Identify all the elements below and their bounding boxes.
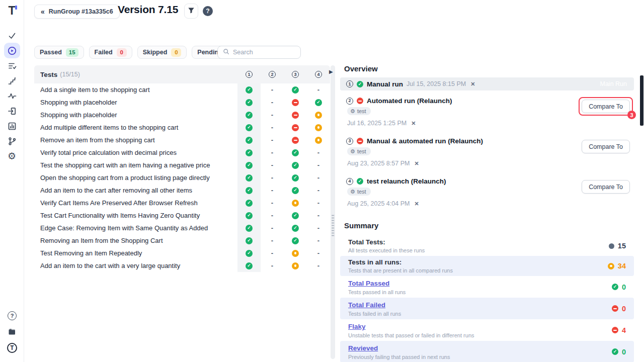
summary-count: 0	[622, 348, 626, 356]
summary-link[interactable]: Flaky	[348, 323, 366, 330]
compare-to-button[interactable]: Compare To	[582, 100, 630, 113]
status-none: -	[271, 136, 273, 144]
table-row[interactable]: Remove an item from the shopping cart-	[34, 134, 330, 146]
summary-link[interactable]: Total Failed	[348, 301, 385, 309]
profile-logo-icon[interactable]: T	[4, 340, 20, 356]
panel-resize-divider[interactable]: ▶	[331, 65, 335, 359]
status-none: -	[271, 249, 273, 257]
table-row[interactable]: Verify total price calculation with deci…	[34, 146, 330, 159]
status-skipped-icon	[292, 200, 299, 207]
tests-table: Tests (15/15) 1234 Add a single item to …	[34, 65, 330, 272]
run-name: Manual run	[367, 80, 403, 88]
filter-chip-skipped[interactable]: Skipped0	[137, 46, 187, 59]
status-passed-icon	[246, 162, 253, 169]
table-row[interactable]: Test the shopping cart with an item havi…	[34, 159, 330, 171]
summary-count: 15	[618, 242, 626, 250]
table-row[interactable]: Add an item to the cart with a very larg…	[34, 259, 330, 272]
table-row[interactable]: Removing an Item from the Shopping Cart-…	[34, 234, 330, 247]
test-plans-list-icon[interactable]	[4, 58, 20, 73]
status-skipped-icon	[292, 250, 299, 257]
status-cell	[284, 121, 307, 134]
summary-description: Tests that are present in all compared r…	[348, 267, 453, 274]
docs-folder-icon[interactable]	[4, 324, 20, 340]
collapse-triangle-icon[interactable]: ▶	[329, 69, 333, 74]
status-passed-icon	[246, 99, 253, 106]
status-cell	[237, 184, 261, 197]
status-passed-icon	[246, 212, 253, 219]
compare-to-button[interactable]: Compare To	[582, 180, 630, 194]
summary-value: 15	[609, 242, 626, 250]
status-passed-icon	[246, 237, 253, 244]
help-icon[interactable]: ?	[4, 308, 20, 324]
filter-button[interactable]	[184, 4, 198, 19]
remove-run-icon[interactable]: ✕	[414, 201, 419, 207]
app-logo-icon[interactable]: T	[8, 5, 15, 17]
filter-chip-passed[interactable]: Passed15	[34, 46, 84, 59]
status-cell	[237, 234, 261, 247]
rungroup-back-button[interactable]: « RunGroup #13a335c6	[34, 5, 120, 19]
summary-link[interactable]: Total Passed	[348, 280, 389, 287]
help-button[interactable]: ?	[203, 6, 213, 16]
status-passed-icon	[246, 86, 253, 94]
tests-check-icon[interactable]	[4, 28, 20, 43]
compare-to-button[interactable]: Compare To	[582, 140, 630, 153]
status-failed-icon	[292, 112, 299, 119]
analytics-pulse-icon[interactable]	[4, 88, 20, 104]
run-tag-badge: ⚙test	[347, 147, 371, 155]
remove-run-icon[interactable]: ✕	[411, 120, 416, 127]
table-row[interactable]: Add multiple different items to the shop…	[34, 121, 330, 134]
table-row[interactable]: Edge Case: Removing Item with Same Quant…	[34, 222, 330, 234]
status-cell	[237, 171, 261, 184]
check-green-icon	[612, 284, 618, 290]
run-tag-label: test	[357, 148, 366, 154]
status-passed-icon	[246, 124, 253, 131]
search-input[interactable]	[233, 49, 314, 56]
status-none: -	[271, 174, 273, 182]
summary-value: 0	[612, 348, 626, 356]
drag-grip-icon[interactable]	[332, 214, 334, 236]
run-tag-badge: ⚙test	[347, 107, 371, 115]
status-failed-icon	[292, 124, 299, 131]
status-cell: -	[261, 159, 284, 171]
run-name: Manual & automated run (Relaunch)	[367, 137, 483, 145]
status-cell	[237, 159, 261, 171]
test-name: Verify Cart Items Are Preserved After Br…	[40, 199, 237, 207]
summary-count: 34	[618, 262, 626, 270]
steps-stairs-icon[interactable]	[4, 73, 20, 88]
table-row[interactable]: Add an item to the cart after removing a…	[34, 184, 330, 197]
import-icon[interactable]	[4, 103, 20, 119]
summary-row-text: Total PassedTests passed in all runs	[348, 279, 406, 295]
filter-chip-failed[interactable]: Failed0	[89, 46, 132, 59]
branches-icon[interactable]	[4, 133, 20, 149]
table-row[interactable]: Verify Cart Items Are Preserved After Br…	[34, 197, 330, 209]
status-none: -	[317, 224, 319, 232]
status-none: -	[271, 224, 273, 232]
remove-run-icon[interactable]: ✕	[470, 81, 475, 87]
reports-chart-icon[interactable]	[4, 118, 20, 134]
run-tag-label: test	[357, 108, 366, 114]
test-name: Test the shopping cart with an item havi…	[40, 161, 237, 169]
status-cell	[284, 146, 307, 159]
table-row[interactable]: Shopping with placeholder-	[34, 109, 330, 121]
main-run-row[interactable]: 1Manual runJul 15, 2025 8:15 PM✕Main Run	[340, 77, 634, 90]
settings-gear-icon[interactable]: ⚙	[4, 148, 20, 164]
table-row[interactable]: Open the shopping cart from a product li…	[34, 171, 330, 184]
table-row[interactable]: Test Cart Functionality with Items Havin…	[34, 209, 330, 222]
status-none: -	[317, 174, 319, 182]
status-cell: -	[261, 197, 284, 209]
remove-run-icon[interactable]: ✕	[414, 160, 419, 167]
gear-icon: ⚙	[350, 109, 355, 114]
run-name: Automated run (Relaunch)	[367, 97, 452, 105]
table-row[interactable]: Add a single item to the shopping cart--	[34, 83, 330, 96]
table-row[interactable]: Shopping with placeholder-	[34, 96, 330, 109]
test-name: Verify total price calculation with deci…	[40, 149, 237, 156]
summary-heading: Summary	[344, 221, 634, 230]
runs-play-icon[interactable]	[4, 43, 20, 58]
status-cell	[284, 222, 307, 234]
summary-link[interactable]: Revieved	[348, 344, 378, 352]
scrollbar-thumb[interactable]	[640, 75, 643, 126]
test-name: Add an item to the cart with a very larg…	[40, 262, 237, 269]
status-passed-icon	[315, 99, 322, 106]
table-row[interactable]: Test Removing an Item Repeatedly--	[34, 247, 330, 259]
overview-heading: Overview	[344, 64, 634, 73]
